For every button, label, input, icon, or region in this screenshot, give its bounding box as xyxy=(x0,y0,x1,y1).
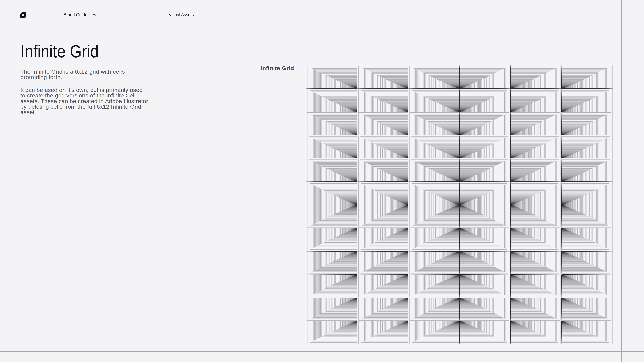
layout-rule-vertical-left xyxy=(10,0,10,362)
layout-rule-vertical-right-inner xyxy=(621,0,622,362)
figure-label: Infinite Grid xyxy=(261,65,294,71)
layout-rule-horizontal-header-bottom xyxy=(0,23,644,23)
openai-logo-icon[interactable] xyxy=(20,12,26,17)
nav-item-brand-guidelines[interactable]: Brand Guidelines xyxy=(64,12,96,17)
layout-rule-vertical-right-outer xyxy=(634,0,634,362)
layout-rule-horizontal-header-top xyxy=(0,7,644,7)
layout-rule-horizontal-footer xyxy=(0,352,644,352)
window-top-edge xyxy=(0,0,644,0)
page-title: Infinite Grid xyxy=(20,42,99,60)
nav-item-visual-assets[interactable]: Visual Assets xyxy=(169,12,194,17)
body-paragraph-1: The Infinite Grid is a 6x12 grid with ce… xyxy=(20,69,171,80)
body-paragraph-2: It can be used on it’s own, but is prima… xyxy=(20,87,171,115)
openai-logo-glyph xyxy=(20,12,26,17)
body-copy: The Infinite Grid is a 6x12 grid with ce… xyxy=(20,69,171,122)
infinite-grid-graphic xyxy=(306,65,613,345)
